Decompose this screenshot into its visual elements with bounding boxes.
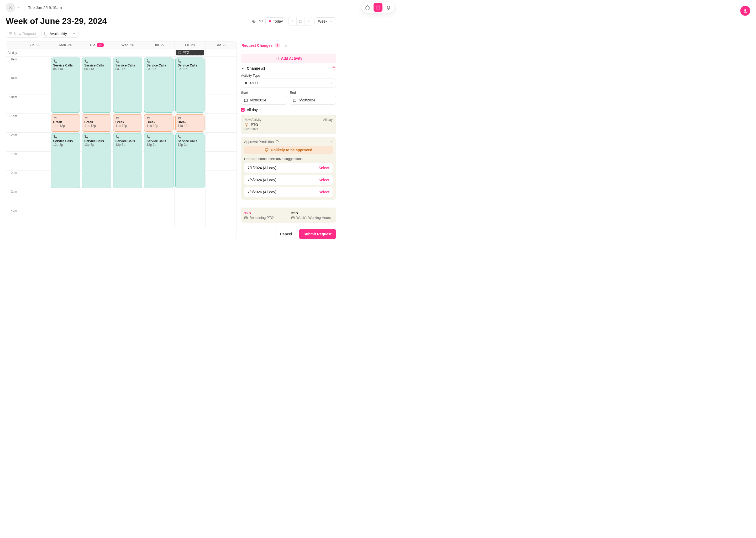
next-week-button[interactable] [304,17,312,25]
change-header[interactable]: Change #1 [241,66,336,71]
calendar-icon [244,98,248,102]
day-header-thu: Thu 27 [143,41,174,49]
availability-label: Availability [50,31,67,36]
phone-icon [116,59,119,63]
add-activity-label: Add Activity [281,56,302,60]
allday-cell[interactable]: PTO [174,49,206,56]
day-column[interactable]: Service Calls8a-11a Break11a-12p Service… [81,57,112,227]
delete-change-button[interactable] [332,66,336,71]
activity-type-label: Activity Type [241,74,336,78]
view-select[interactable]: Week [314,17,336,25]
calendar-clock-icon [244,216,248,220]
profile-menu[interactable] [6,3,21,12]
today-button[interactable]: Today [265,17,286,25]
event-service-calls-am[interactable]: Service Calls8a-11a [51,58,80,113]
svg-point-8 [245,82,247,83]
approval-prediction: Approval Prediction Unlikely to be appro… [241,137,336,200]
event-service-calls-am[interactable]: Service Calls8a-11a [113,58,143,113]
day-column[interactable] [19,57,50,227]
event-service-calls-am[interactable]: Service Calls8a-11a [144,58,173,113]
activity-type-select[interactable]: PTO [241,79,336,87]
coffee-icon [84,116,88,120]
day-column[interactable]: Service Calls8a-11a Break11a-12p Service… [112,57,143,227]
allday-checkbox[interactable] [241,108,245,112]
svg-rect-9 [244,99,247,102]
day-header-tue: Tue 25 [81,41,112,49]
day-column[interactable] [205,57,237,227]
allday-cell[interactable] [112,49,143,56]
event-break[interactable]: Break11a-12p [113,114,143,132]
svg-rect-5 [9,32,12,35]
day-column[interactable]: Service Calls8a-11a Break11a-12p Service… [143,57,174,227]
time-label: 4pm [6,208,19,227]
today-label: Today [273,19,283,24]
start-date-input[interactable]: 6/28/2024 [241,96,287,105]
tab-request-changes[interactable]: Request Changes 1 [241,41,281,50]
event-service-calls-am[interactable]: Service Calls8a-11a [82,58,111,113]
request-panel: Request Changes 1 Add Activity Change #1… [241,41,336,239]
time-label: 2pm [6,170,19,189]
new-request-button[interactable]: New Request [6,30,39,37]
allday-toggle[interactable]: All day [241,108,336,112]
suggestion-row: 7/5/2024 (All day) Select [244,175,333,185]
event-break[interactable]: Break11a-12p [175,114,205,132]
add-activity-button[interactable]: Add Activity [241,54,336,63]
timezone[interactable]: EST [252,19,263,23]
phone-icon [147,135,150,139]
event-service-calls-pm[interactable]: Service Calls12p-3p [175,133,205,188]
phone-icon [147,59,150,63]
coffee-icon [178,116,181,120]
event-break[interactable]: Break11a-12p [51,114,80,132]
approval-header[interactable]: Approval Prediction [244,140,333,144]
day-header-sat: Sat 29 [205,41,237,49]
end-date-input[interactable]: 6/28/2024 [290,96,336,105]
suggestion-label: 7/1/2024 (All day) [248,166,276,170]
remaining-pto-label: Remaining PTO [249,216,273,220]
event-service-calls-pm[interactable]: Service Calls12p-3p [113,133,143,188]
close-panel-button[interactable] [283,43,289,49]
phone-icon [178,135,181,139]
new-activity-preview: New Activity All day PTO 6/28/2024 [241,115,336,134]
day-column[interactable]: Service Calls8a-11a Break11a-12p Service… [174,57,206,227]
sun-icon [244,123,249,127]
suggestion-select-button[interactable]: Select [319,166,329,170]
chevron-down-icon [329,20,333,23]
event-break[interactable]: Break11a-12p [82,114,111,132]
svg-point-0 [10,6,11,7]
suggestion-select-button[interactable]: Select [319,178,329,182]
day-header-fri: Fri 28 [174,41,206,49]
allday-cell[interactable] [19,49,50,56]
prev-week-button[interactable] [289,17,296,25]
allday-event-pto[interactable]: PTO [176,50,205,55]
allday-cell[interactable] [143,49,174,56]
change-title: Change #1 [247,66,265,71]
phone-icon [84,135,88,139]
chevron-down-icon [17,6,21,9]
event-break[interactable]: Break11a-12p [144,114,173,132]
svg-rect-4 [299,20,302,22]
dot-icon [269,20,271,22]
suggestion-select-button[interactable]: Select [319,190,329,194]
approval-warning: Unlikely to be approved [244,146,333,154]
chevron-up-icon [330,140,333,143]
calendar-plus-icon [275,56,279,60]
availability-checkbox[interactable] [44,32,48,35]
day-column[interactable]: Service Calls8a-11a Break11a-12p Service… [50,57,81,227]
cancel-button[interactable]: Cancel [276,229,297,239]
allday-cell[interactable] [81,49,112,56]
approval-warning-text: Unlikely to be approved [271,148,312,152]
event-service-calls-pm[interactable]: Service Calls12p-3p [144,133,173,188]
allday-cell[interactable] [205,49,237,56]
submit-button[interactable]: Submit Request [299,229,336,239]
date-picker-button[interactable] [296,17,304,25]
new-activity-type: PTO [251,123,258,127]
event-service-calls-pm[interactable]: Service Calls12p-3p [82,133,111,188]
event-service-calls-pm[interactable]: Service Calls12p-3p [51,133,80,188]
event-service-calls-am[interactable]: Service Calls8a-11a [175,58,205,113]
allday-cell[interactable] [50,49,81,56]
new-activity-allday: All day [323,118,333,122]
stats: 12h Remaining PTO 35h Week's Working Hou… [241,207,336,223]
new-activity-header: New Activity [244,118,261,122]
divider [70,31,71,36]
availability-toggle[interactable]: Availability [41,30,78,37]
